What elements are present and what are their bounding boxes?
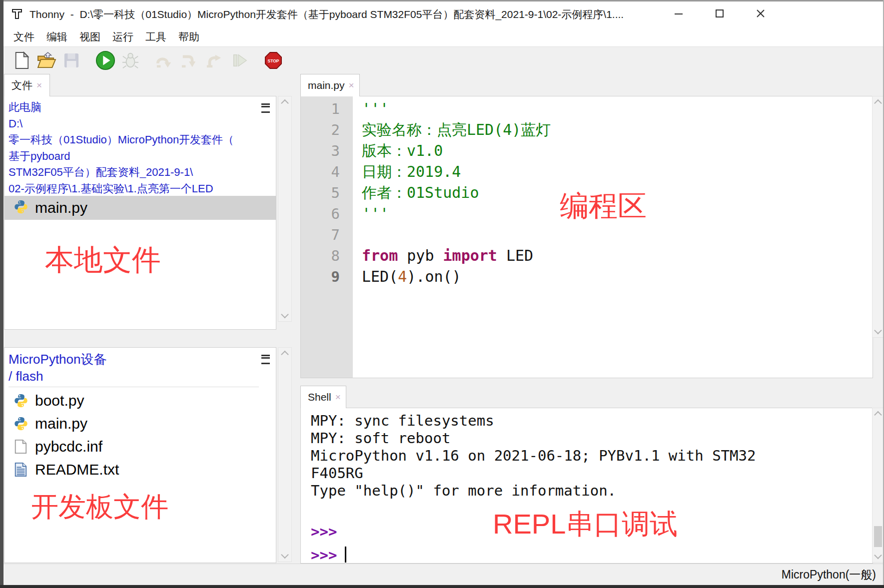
line-number: 2 — [301, 119, 353, 140]
line-number: 6 — [301, 203, 353, 224]
file-tree-path-line[interactable]: STM32F05平台）配套资料_2021-9-1\ — [8, 164, 259, 181]
file-tree-path-line[interactable]: 02-示例程序\1.基础实验\1.点亮第一个LED — [8, 181, 259, 197]
text-cursor — [345, 547, 346, 563]
menu-item-4[interactable]: 运行 — [106, 28, 139, 46]
scroll-down-icon[interactable] — [281, 551, 289, 559]
tab-files-label: 文件 — [11, 78, 32, 92]
shell-output-line: MPY: sync filesystems — [311, 412, 868, 430]
code-text: 作者：01Studio — [353, 182, 479, 203]
save-file-button — [60, 49, 82, 71]
stop-button[interactable]: STOP — [262, 49, 284, 71]
device-header: MicroPython设备 / flash — [4, 348, 276, 387]
tab-shell-label: Shell — [308, 391, 331, 403]
line-number: 4 — [301, 161, 353, 182]
editor-line[interactable]: 9LED(4).on() — [301, 266, 873, 287]
scroll-up-icon[interactable] — [874, 411, 882, 419]
scroll-down-icon[interactable] — [874, 327, 882, 335]
menu-item-2[interactable]: 编辑 — [40, 28, 73, 46]
shell-prompt-line: >>> — [311, 547, 868, 564]
tab-main-py-label: main.py — [308, 79, 345, 91]
editor-line[interactable]: 7 — [301, 224, 873, 245]
menu-item-3[interactable]: 视图 — [73, 28, 106, 46]
close-icon[interactable]: × — [335, 392, 341, 403]
line-number: 7 — [301, 224, 353, 245]
scroll-up-icon[interactable] — [281, 99, 289, 107]
file-tree-path-line[interactable]: D:\ — [8, 116, 259, 132]
close-icon[interactable]: × — [349, 80, 354, 91]
file-name: main.py — [35, 199, 87, 216]
code-text: ''' — [353, 203, 389, 224]
file-name: README.txt — [35, 461, 119, 478]
files-panel-scrollbar[interactable] — [278, 96, 292, 322]
scroll-up-icon[interactable] — [281, 351, 289, 359]
debug-script-button — [119, 49, 141, 71]
menu-icon[interactable] — [261, 355, 270, 364]
editor-line[interactable]: 1''' — [301, 98, 873, 119]
code-text: ''' — [353, 98, 389, 119]
device-title[interactable]: MicroPython设备 — [8, 351, 259, 368]
menu-bar: 文件编辑视图运行工具帮助 — [3, 27, 883, 46]
scroll-down-icon[interactable] — [281, 311, 289, 319]
scrollbar-thumb[interactable] — [874, 526, 882, 547]
minimize-icon — [673, 8, 684, 19]
run-script-button[interactable] — [94, 49, 116, 71]
editor-line[interactable]: 3版本：v1.0 — [301, 140, 873, 161]
file-tree-path-line[interactable]: 零一科技（01Studio）MicroPython开发套件（ — [8, 132, 259, 148]
file-tree-path-line[interactable]: 此电脑 — [8, 99, 259, 116]
open-file-button[interactable] — [35, 49, 57, 71]
menu-item-5[interactable]: 工具 — [139, 28, 172, 46]
line-number: 8 — [301, 245, 353, 266]
backend-status[interactable]: MicroPython(一般) — [782, 567, 876, 583]
new-file-icon — [13, 51, 29, 69]
python-file-icon — [13, 199, 28, 216]
menu-item-1[interactable]: 文件 — [7, 28, 40, 46]
file-tree-path-line[interactable]: 基于pyboard — [8, 148, 259, 165]
code-text — [353, 224, 362, 245]
micropython-device-panel: MicroPython设备 / flash boot.pymain.pypybc… — [4, 347, 276, 563]
device-file-row[interactable]: README.txt — [4, 458, 276, 481]
file-browser-path: 此电脑D:\零一科技（01Studio）MicroPython开发套件（基于py… — [4, 96, 276, 197]
editor-line[interactable]: 4日期：2019.4 — [301, 161, 873, 182]
tab-main-py[interactable]: main.py × — [300, 74, 360, 96]
tab-shell[interactable]: Shell × — [300, 386, 346, 408]
device-path[interactable]: / flash — [8, 368, 259, 385]
tab-files[interactable]: 文件 × — [4, 74, 50, 96]
local-file-row-selected[interactable]: main.py — [4, 196, 276, 220]
code-editor[interactable]: 1'''2实验名称：点亮LED(4)蓝灯3版本：v1.04日期：2019.45作… — [300, 96, 873, 378]
device-file-row[interactable]: pybcdc.inf — [4, 435, 276, 458]
shell-scrollbar[interactable] — [872, 408, 884, 563]
new-file-button[interactable] — [10, 49, 32, 71]
file-icon — [13, 439, 28, 454]
maximize-icon — [714, 8, 725, 19]
scroll-up-icon[interactable] — [874, 99, 882, 107]
code-text: 日期：2019.4 — [353, 161, 461, 182]
menu-item-6[interactable]: 帮助 — [172, 28, 205, 46]
close-icon — [755, 8, 766, 19]
device-panel-scrollbar[interactable] — [278, 347, 292, 562]
editor-line[interactable]: 2实验名称：点亮LED(4)蓝灯 — [301, 119, 873, 140]
window-title: Thonny - D:\零一科技（01Studio）MicroPython开发套… — [29, 7, 624, 21]
toolbar: STOP — [3, 46, 883, 74]
code-text: 实验名称：点亮LED(4)蓝灯 — [353, 119, 551, 140]
step-into-button — [178, 49, 200, 71]
resume-icon — [231, 52, 248, 69]
menu-icon[interactable] — [261, 103, 270, 113]
svg-text:STOP: STOP — [268, 58, 279, 63]
editor-line[interactable]: 8from pyb import LED — [301, 245, 873, 266]
device-file-row[interactable]: main.py — [4, 412, 276, 435]
save-file-icon — [63, 52, 79, 68]
scroll-down-icon[interactable] — [874, 552, 882, 560]
minimize-button[interactable] — [667, 4, 690, 23]
line-number: 9 — [301, 266, 353, 287]
stop-icon: STOP — [265, 52, 282, 69]
editor-scrollbar[interactable] — [872, 96, 884, 338]
file-name: boot.py — [35, 392, 84, 409]
resume-button — [228, 49, 250, 71]
close-button[interactable] — [749, 4, 772, 23]
step-over-button — [153, 49, 175, 71]
close-icon[interactable]: × — [36, 80, 42, 91]
line-number: 3 — [301, 140, 353, 161]
device-file-row[interactable]: boot.py — [4, 389, 276, 412]
python-file-icon — [13, 416, 28, 431]
maximize-button[interactable] — [708, 4, 731, 23]
